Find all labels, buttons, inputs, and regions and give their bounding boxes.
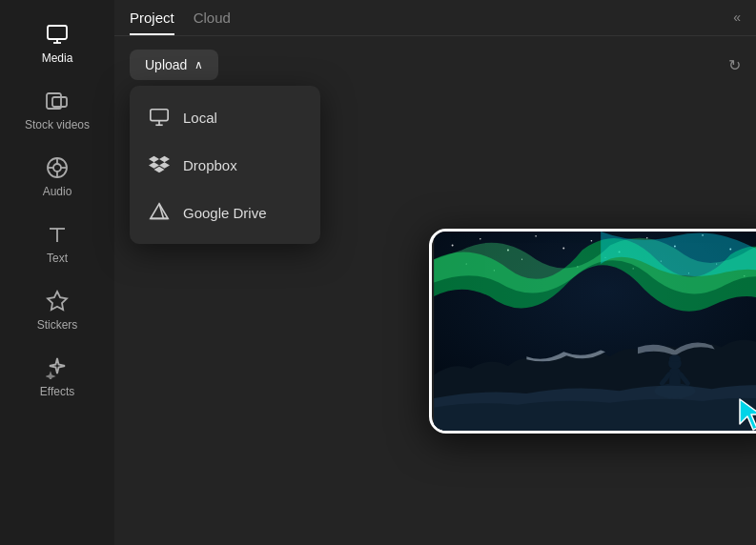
upload-label: Upload — [145, 57, 187, 72]
effects-icon — [44, 354, 71, 381]
local-label: Local — [183, 110, 217, 126]
svg-point-17 — [452, 245, 454, 247]
svg-point-5 — [53, 164, 61, 172]
sidebar-item-text[interactable]: Text — [0, 210, 114, 276]
sidebar-label-media: Media — [42, 51, 73, 65]
upload-dropdown: Local Dropbox Google Drive — [130, 86, 320, 244]
dropdown-item-google-drive[interactable]: Google Drive — [130, 189, 320, 236]
sidebar-item-stickers[interactable]: Stickers — [0, 276, 114, 343]
svg-point-43 — [669, 354, 681, 362]
media-icon — [44, 21, 71, 48]
collapse-button[interactable]: « — [733, 10, 741, 25]
sidebar-item-media[interactable]: Media — [0, 10, 114, 76]
google-drive-icon — [149, 202, 170, 223]
stock-videos-icon — [44, 88, 71, 114]
local-icon — [149, 107, 170, 128]
audio-icon — [44, 154, 71, 181]
sidebar-item-stock-videos[interactable]: Stock videos — [0, 76, 114, 143]
svg-rect-3 — [52, 97, 67, 107]
svg-rect-0 — [48, 26, 67, 39]
svg-rect-13 — [151, 110, 168, 121]
sidebar-label-audio: Audio — [43, 185, 72, 198]
dropdown-item-local[interactable]: Local — [130, 93, 320, 141]
svg-point-18 — [480, 238, 481, 240]
stickers-icon — [44, 288, 71, 314]
google-drive-label: Google Drive — [183, 205, 267, 221]
sidebar-item-audio[interactable]: Audio — [0, 143, 114, 210]
svg-marker-12 — [48, 292, 67, 310]
upload-row: Upload ∧ ↻ — [114, 36, 756, 86]
text-icon — [44, 221, 71, 248]
main-panel: Project Cloud « Upload ∧ ↻ Local — [114, 0, 756, 545]
image-preview — [429, 229, 756, 434]
cursor-icon — [734, 395, 756, 434]
header-tabs: Project Cloud « — [114, 0, 756, 35]
tab-project[interactable]: Project — [130, 10, 174, 35]
refresh-button[interactable]: ↻ — [728, 56, 741, 74]
svg-point-20 — [535, 235, 537, 237]
upload-button[interactable]: Upload ∧ — [130, 50, 218, 80]
sidebar: Media Stock videos Audio Text Stickers E… — [0, 0, 114, 545]
tab-cloud[interactable]: Cloud — [194, 10, 231, 35]
dropdown-item-dropbox[interactable]: Dropbox — [130, 141, 320, 189]
sidebar-label-text: Text — [47, 252, 68, 265]
dropbox-icon — [149, 154, 170, 175]
sidebar-label-stock-videos: Stock videos — [25, 118, 90, 131]
svg-point-21 — [562, 248, 564, 250]
dropbox-label: Dropbox — [183, 157, 237, 173]
chevron-up-icon: ∧ — [194, 58, 203, 71]
sidebar-item-effects[interactable]: Effects — [0, 343, 114, 410]
sidebar-label-effects: Effects — [40, 385, 74, 398]
sidebar-label-stickers: Stickers — [37, 318, 78, 332]
svg-point-22 — [591, 240, 593, 242]
